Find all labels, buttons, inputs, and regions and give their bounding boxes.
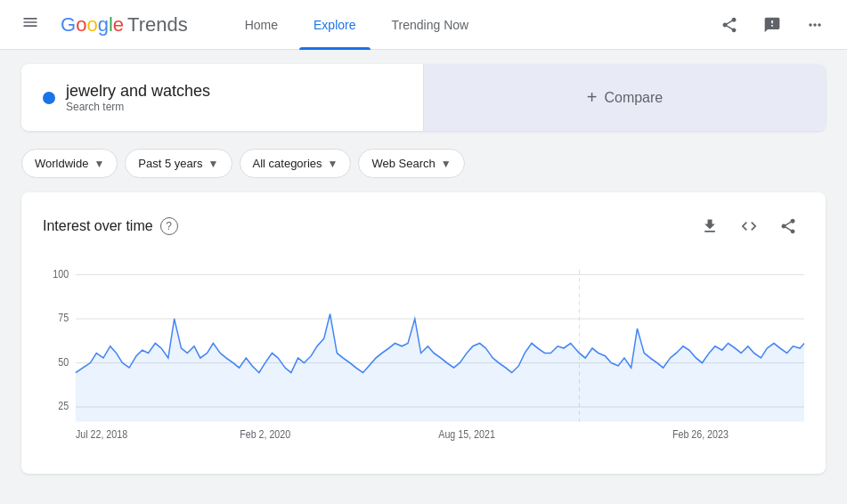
chart-header: Interest over time ? xyxy=(43,210,804,242)
time-filter-label: Past 5 years xyxy=(138,157,202,170)
category-filter-arrow: ▼ xyxy=(328,158,338,170)
x-label-2018: Jul 22, 2018 xyxy=(76,429,127,441)
search-term-dot xyxy=(43,92,55,104)
y-label-100: 100 xyxy=(53,268,69,280)
category-filter[interactable]: All categories ▼ xyxy=(240,149,352,178)
main-content: jewelry and watches Search term + Compar… xyxy=(0,50,847,488)
y-label-25: 25 xyxy=(58,401,69,412)
time-filter-arrow: ▼ xyxy=(208,158,219,170)
download-btn[interactable] xyxy=(694,210,726,242)
main-nav: Home Explore Trending Now xyxy=(231,0,483,50)
compare-box[interactable]: + Compare xyxy=(424,64,826,131)
help-icon[interactable]: ? xyxy=(160,217,178,235)
feedback-icon-btn[interactable] xyxy=(754,7,790,43)
chart-area-fill xyxy=(76,314,804,422)
chart-svg: 100 75 50 25 Jul 22, 2018 F xyxy=(43,260,804,456)
header: Google Trends Home Explore Trending Now xyxy=(0,0,847,50)
type-filter[interactable]: Web Search ▼ xyxy=(358,149,464,178)
type-filter-arrow: ▼ xyxy=(441,158,452,170)
filter-bar: Worldwide ▼ Past 5 years ▼ All categorie… xyxy=(21,142,826,192)
nav-explore[interactable]: Explore xyxy=(299,0,370,50)
y-label-75: 75 xyxy=(58,313,69,324)
compare-plus-icon: + xyxy=(587,87,598,108)
chart-title: Interest over time xyxy=(43,218,153,234)
chart-actions xyxy=(694,210,804,242)
logo-google-text: Google xyxy=(61,13,124,37)
apps-icon-btn[interactable] xyxy=(797,7,833,43)
x-label-2020: Feb 2, 2020 xyxy=(240,429,290,441)
search-term-info: jewelry and watches Search term xyxy=(66,82,210,113)
chart-title-area: Interest over time ? xyxy=(43,217,178,235)
share-icon-btn[interactable] xyxy=(712,7,747,43)
embed-btn[interactable] xyxy=(733,210,765,242)
y-label-50: 50 xyxy=(58,356,69,368)
type-filter-label: Web Search xyxy=(371,157,435,170)
chart-card: Interest over time ? xyxy=(21,192,826,474)
time-filter[interactable]: Past 5 years ▼ xyxy=(125,149,232,178)
x-label-2023: Feb 26, 2023 xyxy=(672,429,729,441)
nav-trending-now[interactable]: Trending Now xyxy=(378,0,484,50)
search-term-text: jewelry and watches xyxy=(66,82,210,101)
category-filter-label: All categories xyxy=(253,157,322,170)
share-chart-btn[interactable] xyxy=(772,210,804,242)
logo-trends-text: Trends xyxy=(127,13,188,37)
compare-label: Compare xyxy=(604,90,663,106)
region-filter-arrow: ▼ xyxy=(94,158,104,170)
nav-home[interactable]: Home xyxy=(231,0,292,50)
google-trends-logo: Google Trends xyxy=(61,13,188,37)
search-term-label: Search term xyxy=(66,101,210,113)
menu-icon[interactable] xyxy=(14,6,46,43)
x-label-2021: Aug 15, 2021 xyxy=(438,429,495,441)
search-term-box[interactable]: jewelry and watches Search term xyxy=(21,64,424,131)
chart-container: 100 75 50 25 Jul 22, 2018 F xyxy=(43,260,804,456)
region-filter[interactable]: Worldwide ▼ xyxy=(21,149,118,178)
region-filter-label: Worldwide xyxy=(35,157,88,170)
header-left: Google Trends Home Explore Trending Now xyxy=(14,0,483,50)
search-area: jewelry and watches Search term + Compar… xyxy=(21,64,826,131)
header-right xyxy=(712,7,833,43)
